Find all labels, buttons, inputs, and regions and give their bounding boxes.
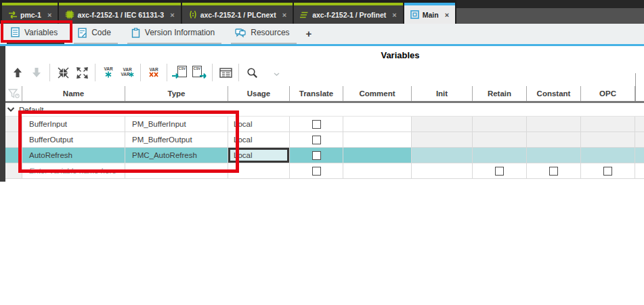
- filter-header-cell[interactable]: [5, 86, 22, 101]
- table-row[interactable]: BufferOutput PM_BufferOutput Local: [5, 132, 644, 148]
- cell-comment[interactable]: [343, 132, 412, 147]
- export-csv-button[interactable]: CSV: [190, 64, 208, 81]
- add-variable-button[interactable]: VAR: [100, 64, 117, 81]
- tab-version-information[interactable]: Version Information: [127, 24, 221, 44]
- cell-opc[interactable]: [581, 163, 635, 178]
- toolbar-separator: [140, 64, 141, 81]
- group-row-default[interactable]: Default: [5, 103, 644, 117]
- properties-view-button[interactable]: [217, 64, 234, 81]
- cell-init: [412, 148, 473, 163]
- search-button[interactable]: [243, 64, 261, 81]
- tab-label: Resources: [251, 28, 289, 37]
- table-row-selected[interactable]: AutoRefresh PMC_AutoRefresh Local: [5, 148, 644, 163]
- translate-checkbox[interactable]: [312, 120, 321, 129]
- cell-retain: [473, 117, 527, 131]
- column-header-usage[interactable]: Usage: [228, 86, 290, 101]
- cell-comment[interactable]: [343, 117, 412, 131]
- row-gutter[interactable]: [5, 148, 22, 163]
- table-row[interactable]: BufferInput PM_BufferInput Local: [5, 117, 644, 132]
- column-header-name[interactable]: Name: [22, 86, 125, 101]
- tab-label: axc-f-2152-1 / PLCnext: [200, 11, 276, 19]
- duplicate-variable-button[interactable]: VAR VAR: [119, 64, 136, 81]
- translate-checkbox[interactable]: [312, 136, 321, 144]
- new-variable-name-input[interactable]: Enter variable name here: [22, 163, 125, 178]
- cell-usage[interactable]: Local: [228, 132, 290, 147]
- expand-all-button[interactable]: [73, 64, 91, 81]
- column-header-comment[interactable]: Comment: [343, 86, 412, 101]
- delete-variable-button[interactable]: VAR: [145, 64, 163, 81]
- tab-iec-61131-3[interactable]: axc-f-2152-1 / IEC 61131-3 ×: [59, 3, 180, 24]
- cell-overflow: [635, 132, 644, 147]
- move-up-button[interactable]: [9, 64, 26, 81]
- retain-checkbox[interactable]: [495, 167, 504, 176]
- column-header-type[interactable]: Type: [125, 86, 228, 101]
- move-down-button[interactable]: [28, 64, 45, 81]
- close-icon[interactable]: ×: [47, 11, 51, 19]
- cell-init[interactable]: [412, 163, 473, 178]
- cell-init: [412, 132, 473, 147]
- cell-name[interactable]: BufferInput: [22, 117, 125, 131]
- cell-overflow: [635, 163, 644, 178]
- new-variable-row[interactable]: Enter variable name here: [5, 163, 644, 179]
- cell-retain[interactable]: [473, 163, 527, 178]
- opc-checkbox[interactable]: [603, 167, 612, 176]
- close-icon[interactable]: ×: [445, 11, 449, 19]
- arrow-up-icon: [13, 67, 22, 78]
- tab-variables[interactable]: Variables: [7, 24, 64, 44]
- arrow-down-icon: [32, 67, 41, 78]
- collapse-chevron-icon[interactable]: [7, 107, 15, 112]
- toolbar-separator: [238, 64, 239, 81]
- collapse-all-button[interactable]: [54, 64, 72, 81]
- cell-type[interactable]: PM_BufferOutput: [125, 132, 228, 147]
- cell-constant[interactable]: [527, 163, 581, 178]
- row-gutter[interactable]: [5, 163, 22, 178]
- table-right-border: [635, 73, 636, 86]
- cell-type[interactable]: [125, 163, 228, 178]
- constant-checkbox[interactable]: [549, 167, 558, 176]
- row-gutter[interactable]: [5, 117, 22, 131]
- cell-usage[interactable]: [228, 163, 290, 178]
- cell-type[interactable]: PMC_AutoRefresh: [125, 148, 228, 163]
- translate-checkbox[interactable]: [312, 167, 321, 176]
- cell-constant: [527, 132, 581, 147]
- cell-translate[interactable]: [290, 117, 343, 131]
- add-tab-button[interactable]: +: [306, 24, 318, 44]
- cell-name[interactable]: BufferOutput: [22, 132, 125, 147]
- cell-opc: [581, 117, 635, 131]
- tab-label: axc-f-2152-1 / IEC 61131-3: [77, 11, 164, 19]
- cell-type[interactable]: PM_BufferInput: [125, 117, 228, 131]
- tab-main[interactable]: Main ×: [404, 3, 455, 24]
- tab-profinet[interactable]: axc-f-2152-1 / Profinet ×: [294, 3, 403, 24]
- column-header-init[interactable]: Init: [412, 86, 473, 101]
- cell-usage-focused[interactable]: Local: [228, 148, 290, 163]
- tab-resources[interactable]: Resources: [231, 24, 296, 44]
- cell-usage[interactable]: Local: [228, 117, 290, 131]
- cell-translate[interactable]: [290, 163, 343, 178]
- var-new-icon: VAR: [100, 67, 116, 78]
- left-panel-splitter[interactable]: [0, 46, 5, 182]
- toolbar-overflow-button[interactable]: [274, 66, 280, 79]
- row-gutter[interactable]: [5, 132, 22, 147]
- tab-pmc-1[interactable]: pmc-1 ×: [2, 3, 58, 24]
- cell-comment[interactable]: [343, 148, 412, 163]
- variables-table-icon: [11, 27, 20, 37]
- cell-translate[interactable]: [290, 148, 343, 163]
- expand-arrows-icon: [77, 67, 88, 79]
- close-icon[interactable]: ×: [170, 11, 174, 19]
- toolbar-separator: [212, 64, 213, 81]
- close-icon[interactable]: ×: [282, 11, 286, 19]
- import-csv-button[interactable]: CSV: [171, 64, 189, 81]
- cell-comment[interactable]: [343, 163, 412, 178]
- column-header-translate[interactable]: Translate: [290, 86, 343, 101]
- tab-code[interactable]: Code: [74, 24, 118, 44]
- column-header-constant[interactable]: Constant: [527, 86, 581, 101]
- cell-overflow: [635, 117, 644, 131]
- column-header-opc[interactable]: OPC: [581, 86, 635, 101]
- column-header-retain[interactable]: Retain: [473, 86, 527, 101]
- tab-plcnext[interactable]: axc-f-2152-1 / PLCnext ×: [182, 3, 293, 24]
- translate-checkbox[interactable]: [312, 151, 321, 160]
- tab-label: axc-f-2152-1 / Profinet: [312, 11, 386, 19]
- close-icon[interactable]: ×: [392, 11, 396, 19]
- cell-name[interactable]: AutoRefresh: [22, 148, 125, 163]
- cell-translate[interactable]: [290, 132, 343, 147]
